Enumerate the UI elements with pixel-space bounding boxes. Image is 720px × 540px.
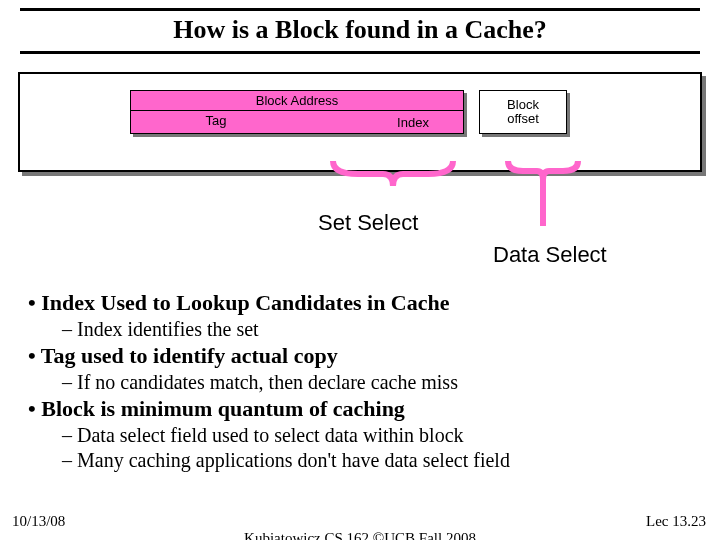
footer-right: Lec 13.23 [646,513,706,530]
offset-line1: Block [480,98,566,112]
brace-icon [503,156,583,228]
block-address-box: Block Address Tag Index [130,90,464,134]
index-cell: Index [361,111,465,135]
footer-date: 10/13/08 [12,513,65,530]
bullet-2: • Tag used to identify actual copy [28,343,700,369]
data-select-label: Data Select [493,242,607,268]
tag-label: Tag [131,113,301,128]
bullet-2a: – If no candidates match, then declare c… [62,371,700,394]
offset-brace [503,156,583,228]
block-address-label: Block Address [131,91,463,111]
bullet-3: • Block is minimum quantum of caching [28,396,700,422]
page-title: How is a Block found in a Cache? [20,15,700,45]
index-brace [328,156,458,196]
bullet-3a: – Data select field used to select data … [62,424,700,447]
title-bar: How is a Block found in a Cache? [20,8,700,54]
brace-area: Set Select Data Select [18,172,702,242]
set-select-label: Set Select [318,210,418,236]
bullet-1a: – Index identifies the set [62,318,700,341]
bullet-3b: – Many caching applications don't have d… [62,449,700,472]
index-label: Index [361,111,465,135]
offset-box: Block offset [479,90,567,134]
brace-icon [328,156,458,196]
bullet-list: • Index Used to Lookup Candidates in Cac… [28,290,700,472]
footer-center: Kubiatowicz CS 162 ©UCB Fall 2008 [0,530,720,540]
offset-line2: offset [480,112,566,126]
bullet-1: • Index Used to Lookup Candidates in Cac… [28,290,700,316]
